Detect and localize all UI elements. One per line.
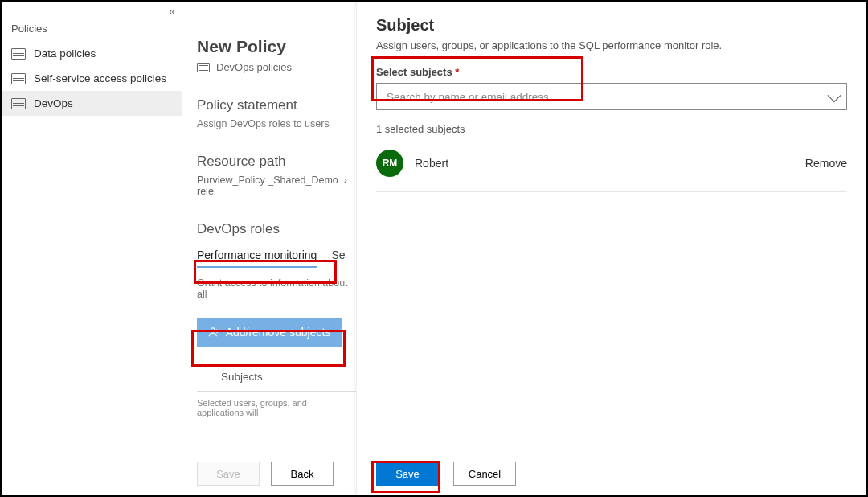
resource-path-title: Resource path [197, 154, 356, 170]
policy-statement-desc: Assign DevOps roles to users [197, 118, 356, 129]
list-icon [197, 63, 210, 72]
sidebar-item-label: DevOps [34, 97, 73, 109]
policy-panel: New Policy DevOps policies Policy statem… [182, 2, 356, 495]
policy-back-button[interactable]: Back [271, 462, 334, 486]
select-subjects-label: Select subjects * [376, 66, 847, 78]
add-remove-subjects-button[interactable]: Add/remove subjects [197, 318, 342, 347]
policy-save-button: Save [197, 462, 260, 486]
subject-panel: Subject Assign users, groups, or applica… [356, 2, 866, 495]
select-subjects-input[interactable] [376, 83, 847, 110]
list-icon [11, 98, 26, 109]
svg-point-0 [211, 328, 215, 332]
collapse-sidebar-button[interactable]: « [169, 5, 175, 18]
save-button[interactable]: Save [376, 462, 439, 486]
resource-path-value: Purview_Policy _Shared_Demo › rele [197, 175, 356, 197]
add-remove-label: Add/remove subjects [226, 326, 331, 339]
select-subjects-field [376, 83, 847, 110]
person-icon [208, 327, 219, 338]
remove-subject-button[interactable]: Remove [805, 157, 847, 170]
sidebar-item-devops[interactable]: DevOps [2, 91, 182, 116]
subject-name: Robert [415, 157, 805, 170]
subject-panel-title: Subject [376, 16, 847, 35]
list-icon [11, 73, 26, 84]
list-icon [11, 48, 26, 60]
sidebar: « Policies Data policies Self-service ac… [2, 2, 182, 495]
sidebar-title: Policies [2, 6, 182, 41]
roles-tab-desc: Grant access to information about all [197, 277, 356, 300]
subject-row: RM Robert Remove [376, 150, 847, 192]
breadcrumb: DevOps policies [197, 61, 356, 73]
page-title: New Policy [197, 37, 356, 56]
subject-panel-desc: Assign users, groups, or applications to… [376, 39, 847, 51]
selected-subjects-count: 1 selected subjects [376, 123, 847, 135]
policy-statement-title: Policy statement [197, 97, 356, 113]
tab-performance-monitoring[interactable]: Performance monitoring [197, 249, 317, 268]
required-asterisk: * [455, 66, 459, 78]
sidebar-item-label: Data policies [34, 47, 96, 60]
breadcrumb-label: DevOps policies [216, 61, 292, 73]
sidebar-item-label: Self-service access policies [34, 72, 166, 84]
subjects-header: Subjects [197, 371, 356, 383]
resource-child: rele [197, 186, 214, 197]
resource-root-link[interactable]: Purview_Policy _Shared_Demo [197, 175, 338, 186]
roles-tabs: Performance monitoring Se [197, 249, 356, 268]
subjects-note: Selected users, groups, and applications… [197, 398, 356, 417]
sidebar-item-data-policies[interactable]: Data policies [2, 41, 182, 66]
cancel-button[interactable]: Cancel [453, 462, 516, 486]
tab-secondary[interactable]: Se [331, 249, 345, 268]
devops-roles-title: DevOps roles [197, 221, 356, 237]
divider [197, 391, 356, 392]
avatar: RM [376, 150, 403, 177]
sidebar-item-selfservice[interactable]: Self-service access policies [2, 66, 182, 91]
subject-panel-footer: Save Cancel [376, 462, 516, 486]
policy-footer: Save Back [197, 462, 334, 486]
